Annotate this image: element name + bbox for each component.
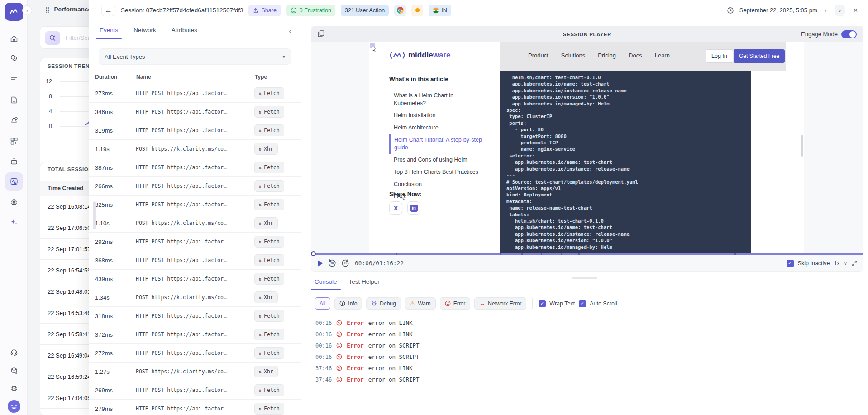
sidebar-item-infrastructure[interactable] (5, 193, 23, 211)
nav-link[interactable]: Learn (655, 52, 670, 59)
chevron-down-icon[interactable]: ∨ (844, 261, 847, 266)
close-icon[interactable]: ✕ (850, 6, 861, 14)
sidebar-item-packages[interactable] (5, 362, 23, 380)
linkedin-share-button[interactable]: in (407, 201, 420, 215)
auto-scroll-checkbox[interactable]: ✓ (579, 300, 586, 307)
nav-link[interactable]: Product (528, 52, 548, 59)
event-row[interactable]: 368ms HTTP POST https://api.factor… ⇅Fet… (89, 251, 301, 269)
console-log-row[interactable]: 37:46 Error error on SCRIPT (315, 374, 863, 385)
toc-item[interactable]: Helm Installation (389, 110, 484, 122)
filter-search-box[interactable]: Filter/Search... (40, 26, 89, 49)
fullscreen-icon[interactable] (851, 260, 858, 267)
nav-link[interactable]: Solutions (561, 52, 585, 59)
table-row[interactable]: 22 Sep 16:53:46 (40, 302, 89, 324)
table-row[interactable]: 22 Sep 16:48:01 (40, 281, 89, 302)
sidebar-item-documents[interactable] (5, 91, 23, 109)
event-row[interactable]: 439ms HTTP POST https://api.factor… ⇅Fet… (89, 269, 301, 288)
filter-debug[interactable]: Debug (366, 297, 401, 310)
toc-item[interactable]: Pros and Cons of using Helm (389, 154, 484, 166)
next-session-button[interactable]: › (835, 5, 845, 16)
toc-item[interactable]: Conclusion (389, 178, 484, 191)
event-row[interactable]: 1.10s POST https://k.clarity.ms/co… ⇅Xhr (89, 214, 301, 232)
sidebar-item-home[interactable] (5, 30, 23, 48)
event-row[interactable]: 266ms HTTP POST https://api.factor… ⇅Fet… (89, 176, 301, 195)
event-row[interactable]: 1.19s POST https://k.clarity.ms/co… ⇅Xhr (89, 139, 301, 158)
panel-drag-handle[interactable] (572, 277, 597, 279)
table-row[interactable]: 22 Sep 17:04:05 (40, 387, 89, 409)
sidebar-item-settings[interactable]: ⚙ (5, 380, 23, 398)
login-button[interactable]: Log In (706, 49, 733, 63)
filter-warn[interactable]: ⚠ Warn (405, 297, 436, 310)
back-button[interactable]: ← (101, 5, 115, 16)
sidebar-expand-button[interactable]: › (22, 5, 32, 15)
play-button[interactable] (318, 260, 323, 267)
event-row[interactable]: 346ms HTTP POST https://api.factor… ⇅Fet… (89, 102, 301, 121)
table-row[interactable]: 22 Sep 16:59:24 (40, 366, 89, 387)
sidebar-item-bot[interactable] (5, 153, 23, 171)
sidebar-item-alerts[interactable] (5, 112, 23, 130)
console-log-row[interactable]: 00:16 Error error on LINK (315, 317, 863, 329)
tab-console[interactable]: Console (315, 278, 337, 290)
events-scrollbar[interactable] (93, 201, 96, 229)
event-row[interactable]: 273ms HTTP POST https://api.factor… ⇅Fet… (89, 84, 301, 102)
user-action-badge: 321 User Action (341, 5, 389, 16)
table-row[interactable]: 22 Sep 17:06:50 (40, 217, 89, 239)
event-row[interactable]: 318ms HTTP POST https://api.factor… ⇅Fet… (89, 306, 301, 325)
nav-link[interactable]: Docs (629, 52, 642, 59)
filter-info[interactable]: Info (334, 297, 362, 310)
event-row[interactable]: 279ms HTTP POST https://api.factor… ⇅Fet… (89, 399, 301, 415)
event-row[interactable]: 269ms HTTP POST https://api.factor… ⇅Fet… (89, 381, 301, 399)
wrap-text-checkbox[interactable]: ✓ (539, 300, 546, 307)
filter-all[interactable]: All (315, 297, 330, 310)
filter-error[interactable]: Error (440, 297, 471, 310)
event-row[interactable]: 387ms HTTP POST https://api.factor… ⇅Fet… (89, 158, 301, 176)
playback-speed[interactable]: 1x (834, 260, 839, 267)
sidebar-item-support[interactable] (5, 343, 23, 361)
toc-item[interactable]: Top 8 Helm Charts Best Practices (389, 166, 484, 178)
toc-item[interactable]: Helm Chart Tutorial: A step-by-step guid… (389, 134, 484, 154)
tab-network[interactable]: Network (134, 27, 156, 39)
table-row[interactable]: 22 Sep 16:54:59 (40, 260, 89, 281)
tab-test-helper[interactable]: Test Helper (349, 278, 380, 290)
filter-network-error[interactable]: ↔ Network Error (474, 297, 526, 310)
sidebar-item-logs[interactable] (5, 70, 23, 88)
sidebar-item-ai[interactable] (5, 213, 23, 231)
skip-back-10-button[interactable]: 10 (328, 259, 336, 267)
table-row[interactable]: 22 Sep 17:01:57 (40, 239, 89, 260)
event-row[interactable]: 325ms HTTP POST https://api.factor… ⇅Fet… (89, 195, 301, 214)
middleware-logo[interactable] (5, 3, 23, 21)
table-row[interactable]: 22 Sep 16:08:14 (40, 196, 89, 217)
console-log-row[interactable]: 37:46 Error error on LINK (315, 363, 863, 374)
event-row[interactable]: 319ms HTTP POST https://api.factor… ⇅Fet… (89, 121, 301, 139)
skip-forward-10-button[interactable]: 10 (341, 259, 350, 267)
console-log-row[interactable]: 00:16 Error error on LINK (315, 329, 863, 340)
sidebar-item-session-replay[interactable] (5, 172, 23, 191)
skip-inactive-checkbox[interactable]: ✓ (787, 260, 794, 267)
toc-item[interactable]: Helm Architecture (389, 122, 484, 134)
nav-link[interactable]: Pricing (598, 52, 616, 59)
toc-item[interactable]: What is a Helm Chart in Kubernetes? (389, 90, 484, 110)
site-logo[interactable]: middleware (389, 50, 451, 60)
table-row[interactable]: 22 Sep 16:49:04 (40, 345, 89, 366)
engage-mode-toggle[interactable] (841, 30, 857, 38)
tab-attributes[interactable]: Attributes (172, 27, 197, 39)
event-row[interactable]: 272ms HTTP POST https://api.factor… ⇅Fet… (89, 343, 301, 362)
event-row[interactable]: 1.27s POST https://k.clarity.ms/co… ⇅Xhr (89, 362, 301, 381)
event-row[interactable]: 372ms HTTP POST https://api.factor… ⇅Fet… (89, 325, 301, 343)
event-type-select[interactable]: All Event Types ▾ (99, 48, 291, 65)
collapse-panel-icon[interactable]: ‹ (289, 28, 291, 34)
sidebar-item-integrations[interactable] (5, 132, 23, 150)
sidebar-item-costs[interactable] (5, 49, 23, 67)
console-log-row[interactable]: 00:16 Error error on SCRIPT (315, 351, 863, 363)
prev-session-button[interactable]: ‹ (823, 6, 830, 15)
console-log-row[interactable]: 00:16 Error error on SCRIPT (315, 340, 863, 351)
user-avatar[interactable] (5, 397, 23, 415)
x-share-button[interactable]: X (389, 201, 402, 215)
tab-events[interactable]: Events (100, 27, 118, 39)
share-button[interactable]: Share (248, 5, 281, 16)
table-row[interactable]: 22 Sep 16:58:41 (40, 324, 89, 345)
site-scrollbar[interactable] (801, 135, 803, 157)
event-row[interactable]: 292ms HTTP POST https://api.factor… ⇅Fet… (89, 232, 301, 251)
event-row[interactable]: 1.34s POST https://k.clarity.ms/co… ⇅Xhr (89, 288, 301, 306)
get-started-button[interactable]: Get Started Free (734, 49, 785, 63)
